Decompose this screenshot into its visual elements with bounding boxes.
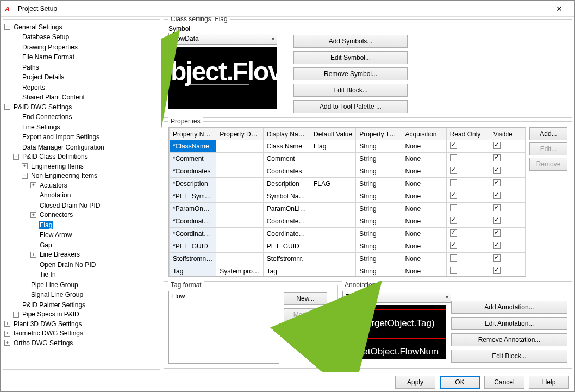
tagformat-new-button[interactable]: New... bbox=[284, 292, 327, 305]
annotation-action-button[interactable]: Add Annotation... bbox=[451, 301, 567, 314]
grid-header[interactable]: Property Name bbox=[170, 128, 216, 140]
checkbox-icon[interactable] bbox=[450, 204, 457, 211]
tree-item[interactable]: P&ID Painter Settings bbox=[13, 301, 86, 309]
tree-item[interactable]: +Actuators bbox=[30, 181, 68, 190]
annotation-action-button[interactable]: Edit Block... bbox=[451, 350, 567, 363]
tree-toggle-icon[interactable]: + bbox=[30, 252, 36, 258]
tree-item[interactable]: +Ortho DWG Settings bbox=[4, 339, 74, 347]
checkbox-icon[interactable] bbox=[450, 242, 457, 249]
tree-item[interactable]: Gap bbox=[30, 241, 53, 250]
checkbox-icon[interactable] bbox=[493, 217, 501, 224]
table-row[interactable]: *PET_GUIDPET_GUIDStringNone bbox=[170, 240, 526, 253]
add-property-button[interactable]: Add... bbox=[529, 127, 567, 140]
tree-toggle-icon[interactable]: + bbox=[30, 182, 36, 188]
close-icon[interactable]: ✕ bbox=[548, 4, 570, 13]
checkbox-icon[interactable] bbox=[450, 217, 457, 224]
tree-item[interactable]: Export and Import Settings bbox=[13, 133, 101, 141]
tagformat-list[interactable]: Flow bbox=[168, 291, 279, 364]
tree-item[interactable]: +Isometric DWG Settings bbox=[4, 329, 84, 338]
tree-item[interactable]: Signal Line Group bbox=[22, 290, 84, 299]
checkbox-icon[interactable] bbox=[450, 192, 457, 199]
checkbox-icon[interactable] bbox=[493, 229, 501, 237]
checkbox-icon[interactable] bbox=[450, 179, 457, 186]
checkbox-icon[interactable] bbox=[493, 267, 501, 274]
table-row[interactable]: *ClassNameClass NameFlagStringNone bbox=[170, 140, 526, 153]
checkbox-icon[interactable] bbox=[493, 204, 501, 211]
tree-item[interactable]: −P&ID Class Definitions bbox=[13, 152, 89, 161]
tagformat-modify-button[interactable]: Modify... bbox=[284, 308, 327, 321]
checkbox-icon[interactable] bbox=[450, 142, 457, 149]
table-row[interactable]: *Coordinates_XCoordinates XStringNone bbox=[170, 215, 526, 228]
table-row[interactable]: Stoffstromnu...Stoffstromnr.StringNone bbox=[170, 253, 526, 265]
table-row[interactable]: *Coordinates_YCoordinates YStringNone bbox=[170, 228, 526, 240]
tree-toggle-icon[interactable]: + bbox=[4, 331, 10, 337]
grid-header[interactable]: Default Value bbox=[310, 128, 356, 140]
symbol-action-button[interactable]: Edit Block... bbox=[293, 84, 408, 97]
table-row[interactable]: *DescriptionDescriptionFLAGStringNone bbox=[170, 178, 526, 190]
tree-item[interactable]: +Line Breakers bbox=[30, 250, 81, 259]
checkbox-icon[interactable] bbox=[450, 167, 457, 174]
tagformat-delete-button[interactable]: Delete bbox=[284, 325, 327, 338]
checkbox-icon[interactable] bbox=[450, 267, 457, 274]
tree-item[interactable]: Drawing Properties bbox=[13, 43, 79, 52]
grid-header[interactable]: Visible bbox=[490, 128, 525, 140]
tree-item[interactable]: End Connections bbox=[13, 113, 73, 121]
tree-toggle-icon[interactable]: − bbox=[4, 24, 10, 30]
checkbox-icon[interactable] bbox=[493, 179, 501, 186]
tree-item[interactable]: Flow Arrow bbox=[30, 231, 73, 239]
tree-item[interactable]: Shared Plant Content bbox=[13, 93, 86, 102]
tree-toggle-icon[interactable]: + bbox=[30, 212, 36, 218]
table-row[interactable]: *CoordinatesCoordinatesStringNone bbox=[170, 165, 526, 178]
checkbox-icon[interactable] bbox=[493, 242, 501, 249]
annotation-action-button[interactable]: Remove Annotation... bbox=[451, 333, 567, 346]
tree-item[interactable]: Flag bbox=[30, 221, 53, 229]
table-row[interactable]: *CommentCommentStringNone bbox=[170, 153, 526, 165]
annotation-combo[interactable]: FlowData ▾ bbox=[342, 291, 451, 303]
tree-item[interactable]: Data Manager Configuration bbox=[13, 143, 105, 152]
nav-tree-panel[interactable]: −General Settings Database Setup Drawing… bbox=[3, 19, 160, 370]
table-row[interactable]: *PET_Symbo...Symbol NameStringNone bbox=[170, 190, 526, 203]
checkbox-icon[interactable] bbox=[450, 254, 457, 262]
tree-item[interactable]: Project Details bbox=[13, 73, 65, 82]
symbol-action-button[interactable]: Remove Symbol... bbox=[293, 67, 408, 80]
tree-item[interactable]: Database Setup bbox=[13, 33, 70, 41]
tree-toggle-icon[interactable]: + bbox=[13, 312, 19, 318]
apply-button[interactable]: Apply bbox=[395, 376, 435, 389]
tree-item[interactable]: −P&ID DWG Settings bbox=[4, 103, 73, 111]
tree-item[interactable]: −Non Engineering Items bbox=[22, 171, 98, 180]
tree-item[interactable]: Pipe Line Group bbox=[22, 281, 79, 289]
tree-item[interactable]: Reports bbox=[13, 83, 46, 92]
tree-item[interactable]: Tie In bbox=[30, 270, 57, 279]
tree-item[interactable]: Open Drain No PID bbox=[30, 260, 97, 269]
edit-property-button[interactable]: Edit... bbox=[529, 142, 567, 155]
grid-header[interactable]: Acquisition bbox=[402, 128, 446, 140]
checkbox-icon[interactable] bbox=[450, 154, 457, 161]
checkbox-icon[interactable] bbox=[493, 254, 501, 262]
symbol-action-button[interactable]: Edit Symbol... bbox=[293, 51, 408, 64]
tree-item[interactable]: −General Settings bbox=[4, 23, 63, 32]
symbol-action-button[interactable]: Add Symbols... bbox=[293, 35, 408, 48]
symbol-action-button[interactable]: Add to Tool Palette ... bbox=[293, 100, 408, 113]
tree-item[interactable]: Closed Drain No PID bbox=[30, 201, 101, 210]
properties-grid[interactable]: Property NameProperty DescriptionDisplay… bbox=[168, 127, 526, 277]
tree-item[interactable]: +Engineering Items bbox=[22, 162, 85, 171]
table-row[interactable]: TagSystem prope...TagStringNone bbox=[170, 265, 526, 277]
tree-toggle-icon[interactable]: + bbox=[22, 163, 28, 169]
checkbox-icon[interactable] bbox=[450, 229, 457, 237]
tree-toggle-icon[interactable]: − bbox=[4, 104, 10, 110]
ok-button[interactable]: OK bbox=[440, 376, 480, 389]
tree-item[interactable]: Line Settings bbox=[13, 123, 61, 132]
tree-item[interactable]: Paths bbox=[13, 63, 40, 72]
tree-toggle-icon[interactable]: − bbox=[13, 154, 19, 160]
grid-header[interactable]: Read Only bbox=[446, 128, 490, 140]
tree-item[interactable]: +Plant 3D DWG Settings bbox=[4, 320, 83, 328]
checkbox-icon[interactable] bbox=[493, 192, 501, 199]
remove-property-button[interactable]: Remove bbox=[529, 158, 567, 171]
tree-item[interactable]: Annotation bbox=[30, 191, 72, 200]
checkbox-icon[interactable] bbox=[493, 154, 501, 161]
tree-item[interactable]: File Name Format bbox=[13, 53, 76, 61]
tagformat-item[interactable]: Flow bbox=[171, 293, 277, 300]
table-row[interactable]: *ParamOnLineParamOnLineStringNone bbox=[170, 203, 526, 215]
annotation-action-button[interactable]: Edit Annotation... bbox=[451, 317, 567, 330]
checkbox-icon[interactable] bbox=[493, 167, 501, 174]
